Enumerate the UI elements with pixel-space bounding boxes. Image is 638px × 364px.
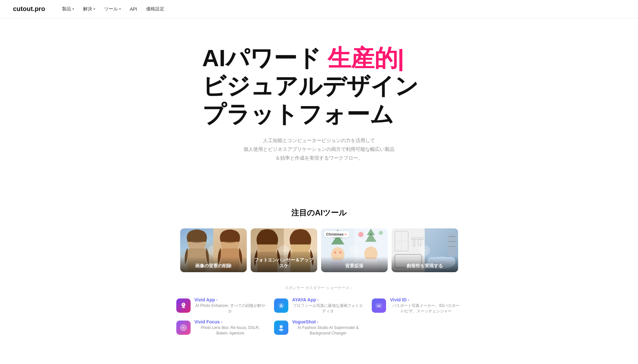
nav-solutions[interactable]: 解決 ▾ [79, 4, 99, 15]
hero-subtitle: 人工知能とコンピュータービジョンの力を活用して 個人使用とビジネスアプリケーショ… [105, 136, 533, 162]
chevron-down-icon: ▾ [119, 7, 121, 11]
hero-title: AIパワード 生産的| ビジュアルデザインプラットフォーム [202, 44, 436, 128]
sponsor-ayaya-text: AYAYA App › プロフィール写真に最強な漫画フォトエディタ [292, 297, 364, 314]
arrow-icon-4: › [221, 320, 222, 324]
nav-solutions-label: 解決 [83, 6, 92, 12]
hero-subtitle-line2: 個人使用とビジネスアプリケーションの両方で利用可能な幅広い製品 [244, 146, 394, 152]
sponsor-vivid-id-text: Vivid ID › パスポート写真メーカー、ID/パスポート/ビザ、スーッチェ… [390, 297, 462, 314]
svg-point-18 [358, 232, 363, 237]
tool-card-creative[interactable]: → [392, 228, 458, 272]
svg-rect-39 [449, 241, 456, 242]
plus-icon: + [344, 232, 346, 236]
hero-title-part2: ビジュアルデザインプラットフォーム [202, 73, 419, 127]
svg-text:ID: ID [378, 305, 380, 308]
svg-point-50 [280, 325, 283, 328]
sponsor-vivid-id-desc: パスポート写真メーカー、ID/パスポート/ビザ、スーッチェンジャー [390, 303, 462, 314]
sponsor-vivid-id-name: Vivid ID › [390, 297, 462, 302]
sponsor-vogueshot-desc: AI Fashion Studio AI Supermodel & Backgr… [292, 325, 364, 336]
tool-cards: → 画像の背景の削除 [178, 228, 460, 272]
svg-point-42 [183, 304, 184, 305]
christmas-text: Christmas [326, 232, 344, 236]
arrow-icon-5: › [317, 320, 319, 324]
arrow-icon-2: › [318, 298, 319, 302]
sponsor-vivid-focus-text: Vivid Focus › Photo Lens Blur, Re-focus,… [194, 319, 266, 336]
svg-rect-51 [280, 329, 283, 331]
nav-links: 製品 ▾ 解決 ▾ ツール ▾ API 価格設定 [58, 4, 169, 15]
svg-rect-38 [449, 236, 456, 237]
nav-products[interactable]: 製品 ▾ [58, 4, 78, 15]
tool-card-photo-enhance[interactable]: → フォトエンハンサー＆アップスケ [251, 228, 317, 272]
tool-card-label-bg-remove: 画像の背景の削除 [180, 257, 247, 272]
card-arrow-icon-4: → [419, 245, 430, 256]
svg-point-15 [334, 251, 336, 253]
svg-point-49 [183, 327, 184, 328]
sponsor-icon-vivid-focus [176, 321, 191, 335]
nav-tools-label: ツール [104, 6, 118, 12]
hero-subtitle-line1: 人工知能とコンピュータービジョンの力を活用して [263, 138, 375, 143]
sponsor-vivid-focus[interactable]: Vivid Focus › Photo Lens Blur, Re-focus,… [176, 319, 266, 336]
hero-subtitle-line3: ＆効率と作成を実現するワークフロー。 [275, 155, 363, 161]
sponsor-vivid-app[interactable]: Vivid App › AI Photo Enhancer, すべての顔陰が鮮や… [176, 297, 266, 314]
sponsor-vogueshot[interactable]: VogueShot › AI Fashion Studio AI Supermo… [274, 319, 364, 336]
sponsor-icon-vivid-id: ID [372, 298, 386, 313]
svg-point-19 [379, 231, 383, 235]
sponsor-grid: Vivid App › AI Photo Enhancer, すべての顔陰が鮮や… [163, 297, 475, 336]
sponsor-vivid-focus-name: Vivid Focus › [194, 319, 266, 324]
sponsor-label: スポンサー カスタマー ショーケース： [13, 285, 625, 291]
navbar: cutout.pro 製品 ▾ 解決 ▾ ツール ▾ API 価格設定 [0, 0, 638, 18]
sponsor-icon-vogueshot [274, 321, 288, 335]
sponsor-vivid-app-text: Vivid App › AI Photo Enhancer, すべての顔陰が鮮や… [194, 297, 266, 314]
nav-pricing-label: 価格設定 [146, 6, 164, 12]
card-arrow-icon-3: → [349, 245, 359, 256]
tool-card-label-creative: 創造性を実現する [392, 257, 458, 272]
sponsor-ayaya-desc: プロフィール写真に最強な漫画フォトエディタ [292, 303, 364, 314]
svg-text:A: A [280, 304, 282, 308]
arrow-icon-3: › [408, 298, 409, 302]
tool-card-bg-expand[interactable]: Christmas + → [321, 228, 388, 272]
sponsor-ayaya-name: AYAYA App › [292, 297, 364, 302]
sponsor-icon-ayaya: A [274, 298, 288, 313]
logo[interactable]: cutout.pro [13, 5, 45, 13]
chevron-down-icon: ▾ [72, 7, 74, 11]
sponsor-vivid-focus-desc: Photo Lens Blur, Re-focus, DSLR, Bokeh, … [194, 325, 266, 336]
nav-api[interactable]: API [126, 4, 141, 15]
tool-card-label-bg-expand: 背景拡張 [321, 257, 388, 272]
sponsor-vivid-app-name: Vivid App › [194, 297, 266, 302]
sponsor-vogueshot-text: VogueShot › AI Fashion Studio AI Supermo… [292, 319, 364, 336]
hero-title-accent: 生産的| [328, 45, 404, 71]
nav-tools[interactable]: ツール ▾ [100, 4, 125, 15]
svg-point-16 [339, 251, 341, 253]
svg-rect-40 [449, 246, 456, 247]
chevron-down-icon: ▾ [94, 7, 95, 11]
tool-card-label-photo-enhance: フォトエンハンサー＆アップスケ [251, 251, 317, 272]
arrow-icon: › [216, 298, 218, 302]
nav-pricing[interactable]: 価格設定 [142, 4, 168, 15]
nav-products-label: 製品 [62, 6, 71, 12]
sponsor-vivid-app-desc: AI Photo Enhancer, すべての顔陰が鮮やか [194, 303, 266, 314]
hero-section: AIパワード 生産的| ビジュアルデザインプラットフォーム 人工知能とコンピュー… [92, 18, 546, 201]
sponsor-icon-vivid-app [176, 298, 191, 313]
hero-title-part1: AIパワード [202, 45, 328, 71]
featured-section: 注目のAIツール [0, 201, 638, 349]
christmas-badge: Christmas + [324, 231, 349, 237]
section-title: 注目のAIツール [13, 208, 625, 218]
sponsor-vivid-id[interactable]: ID Vivid ID › パスポート写真メーカー、ID/パスポート/ビザ、スー… [372, 297, 462, 314]
nav-api-label: API [130, 6, 137, 12]
sponsor-ayaya-app[interactable]: A AYAYA App › プロフィール写真に最強な漫画フォトエディタ [274, 297, 364, 314]
sponsor-vogueshot-name: VogueShot › [292, 319, 364, 324]
tool-card-bg-remove[interactable]: → 画像の背景の削除 [180, 228, 247, 272]
